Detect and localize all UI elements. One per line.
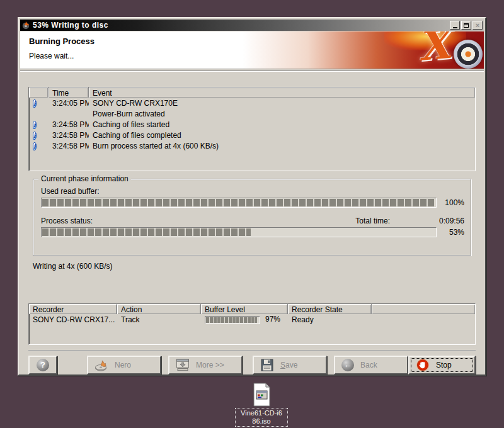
process-status-label: Process status: — [41, 217, 355, 225]
log-col-time: Time — [49, 87, 89, 98]
read-buffer-progressbar — [41, 198, 437, 208]
stop-hand-icon — [416, 358, 430, 372]
writing-status-line: Writing at 4x (600 KB/s) — [33, 262, 476, 271]
recorder-header-row: Recorder Action Buffer Level Recorder St… — [29, 304, 475, 314]
event-log-table[interactable]: Time Event 3:24:05 PM SONY CD-RW CRX170E… — [28, 87, 476, 171]
log-time: 3:24:58 PM — [49, 120, 89, 129]
log-time: 3:24:05 PM — [49, 99, 89, 108]
back-arrow-icon: ← — [341, 359, 354, 371]
header-banner: Burning Process Please wait... X — [20, 31, 484, 69]
current-phase-groupbox: Current phase information Used read buff… — [33, 179, 471, 256]
recorder-name: SONY CD-RW CRX17... — [29, 315, 117, 324]
log-time: 3:24:58 PM — [49, 131, 89, 140]
button-divider — [28, 350, 476, 351]
iso-file-icon — [251, 383, 272, 407]
read-buffer-label: Used read buffer: — [41, 187, 464, 196]
window-controls: × — [450, 21, 483, 30]
read-buffer-percent: 100% — [437, 198, 464, 207]
recorder-col-action: Action — [117, 304, 201, 314]
save-button: Save — [253, 356, 327, 374]
log-row: Power-Burn activated — [29, 108, 475, 119]
back-button-label: Back — [360, 361, 377, 369]
total-time-label: Total time: — [355, 217, 390, 225]
more-button-label: More >> — [196, 361, 224, 369]
page-title: Burning Process — [29, 37, 94, 46]
info-icon — [33, 132, 37, 140]
info-icon — [33, 121, 37, 129]
back-button: ← Back — [334, 356, 408, 374]
burning-disc-icon — [94, 358, 108, 372]
recorder-col-state: Recorder State — [288, 304, 372, 314]
groupbox-legend: Current phase information — [38, 174, 131, 183]
log-row: 3:24:58 PM Caching of files completed — [29, 130, 475, 140]
more-window-icon — [176, 358, 190, 372]
buffer-level-fill — [206, 317, 257, 323]
recorder-action: Track — [117, 315, 201, 324]
info-icon — [33, 99, 37, 108]
close-icon: × — [476, 22, 479, 29]
log-row: 3:24:58 PM Burn process started at 4x (6… — [29, 140, 475, 151]
info-icon — [33, 142, 37, 150]
recorder-row: SONY CD-RW CRX17... Track 97% Ready — [29, 314, 475, 325]
button-bar: ? Nero — [28, 356, 476, 374]
log-col-event: Event — [89, 87, 475, 98]
log-event: Caching of files completed — [89, 131, 475, 140]
minimize-icon — [453, 27, 457, 28]
buffer-level-bar — [205, 316, 260, 324]
recorder-col-empty — [372, 304, 475, 314]
log-event: SONY CD-RW CRX170E — [89, 99, 475, 108]
recorder-col-buffer: Buffer Level — [201, 304, 288, 314]
log-event: Power-Burn activated — [89, 110, 475, 118]
buffer-level-percent: 97% — [265, 315, 280, 324]
page-subtitle: Please wait... — [29, 52, 74, 60]
log-row: 3:24:58 PM Caching of files started — [29, 119, 475, 130]
read-buffer-fill — [42, 199, 435, 206]
process-progressbar — [41, 227, 437, 237]
log-event: Caching of files started — [89, 120, 475, 129]
recorder-table[interactable]: Recorder Action Buffer Level Recorder St… — [28, 303, 476, 345]
process-percent: 53% — [437, 228, 464, 237]
help-icon: ? — [37, 359, 49, 371]
cd-disc-icon — [454, 40, 483, 69]
floppy-save-icon — [260, 358, 274, 372]
titlebar[interactable]: 53% Writing to disc × — [20, 20, 484, 31]
log-row: 3:24:05 PM SONY CD-RW CRX170E — [29, 98, 475, 108]
stop-button-label: Stop — [436, 361, 452, 369]
total-time-value: 0:09:56 — [427, 217, 464, 225]
divider — [20, 70, 484, 72]
log-event: Burn process started at 4x (600 KB/s) — [89, 142, 475, 150]
close-button: × — [472, 21, 483, 30]
recorder-state: Ready — [288, 315, 372, 324]
log-time: 3:24:58 PM — [49, 142, 89, 150]
process-fill — [42, 228, 251, 236]
nero-button-label: Nero — [115, 361, 131, 369]
buffer-level-cell: 97% — [201, 315, 288, 324]
burning-process-window: 53% Writing to disc × Burning Process Pl… — [18, 17, 486, 376]
log-header-row: Time Event — [29, 87, 475, 98]
help-button[interactable]: ? — [28, 356, 57, 374]
maximize-button[interactable] — [461, 21, 471, 30]
maximize-icon — [464, 23, 469, 28]
dialog-body: Time Event 3:24:05 PM SONY CD-RW CRX170E… — [20, 87, 484, 374]
nero-app-icon — [21, 21, 30, 30]
minimize-button[interactable] — [450, 21, 460, 30]
more-button: More >> — [168, 356, 243, 374]
save-button-label: Save — [280, 361, 297, 369]
nero-x-logo-icon: X — [417, 31, 452, 67]
window-title: 53% Writing to disc — [33, 21, 447, 30]
nero-button: Nero — [87, 356, 161, 374]
desktop-icon-iso-file[interactable]: Vine61-CD-i686.iso — [235, 383, 288, 427]
stop-button[interactable]: Stop — [408, 356, 476, 374]
log-col-icon — [29, 87, 49, 98]
desktop-icon-label[interactable]: Vine61-CD-i686.iso — [235, 408, 288, 427]
recorder-col-recorder: Recorder — [29, 304, 117, 314]
